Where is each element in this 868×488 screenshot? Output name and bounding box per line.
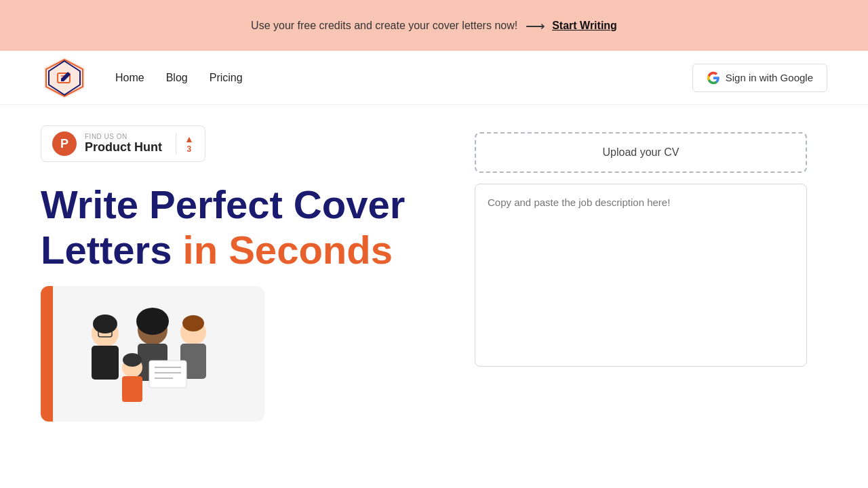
product-hunt-find-label: FIND US ON [85, 133, 162, 140]
logo[interactable] [41, 54, 88, 102]
navbar: Home Blog Pricing Sign in with Google [0, 51, 868, 105]
banner-cta[interactable]: Start Writing [552, 20, 617, 32]
main-content: P FIND US ON Product Hunt ▲ 3 Write Perf… [0, 105, 868, 422]
svg-point-12 [136, 308, 169, 335]
svg-rect-20 [149, 361, 186, 388]
nav-pricing[interactable]: Pricing [210, 72, 243, 84]
product-hunt-text: FIND US ON Product Hunt [85, 133, 162, 155]
top-banner: Use your free credits and create your co… [0, 0, 868, 51]
right-column: Upload your CV [475, 125, 807, 422]
nav-home[interactable]: Home [115, 72, 144, 84]
heading-line2-normal: Letters [41, 228, 172, 272]
svg-point-15 [182, 315, 204, 331]
signin-button[interactable]: Sign in with Google [692, 64, 827, 92]
upload-cv-button[interactable]: Upload your CV [475, 132, 807, 173]
product-hunt-badge[interactable]: P FIND US ON Product Hunt ▲ 3 [41, 125, 205, 162]
svg-point-10 [93, 314, 117, 333]
hero-illustration [41, 286, 264, 422]
product-hunt-name: Product Hunt [85, 140, 162, 155]
banner-arrow: ⟶ [526, 18, 544, 34]
signin-label: Sign in with Google [726, 72, 813, 83]
job-description-textarea[interactable] [475, 184, 807, 367]
illustration-accent-bar [41, 286, 53, 422]
nav-links: Home Blog Pricing [115, 72, 692, 84]
svg-rect-19 [122, 376, 142, 402]
upvote-arrow-icon: ▲ [184, 134, 194, 144]
product-hunt-votes: ▲ 3 [176, 134, 194, 154]
google-icon [707, 71, 720, 85]
product-hunt-icon: P [52, 131, 77, 156]
svg-point-18 [123, 353, 142, 367]
logo-icon [41, 54, 88, 102]
heading-line1: Write Perfect Cover [41, 182, 405, 226]
banner-text: Use your free credits and create your co… [251, 20, 517, 32]
svg-rect-8 [92, 346, 119, 380]
heading-line2-accent: in Seconds [183, 228, 393, 272]
left-column: P FIND US ON Product Hunt ▲ 3 Write Perf… [41, 125, 448, 422]
main-heading: Write Perfect Cover Letters in Seconds [41, 182, 448, 272]
people-illustration [54, 286, 251, 422]
vote-count: 3 [187, 144, 192, 154]
nav-blog[interactable]: Blog [166, 72, 188, 84]
